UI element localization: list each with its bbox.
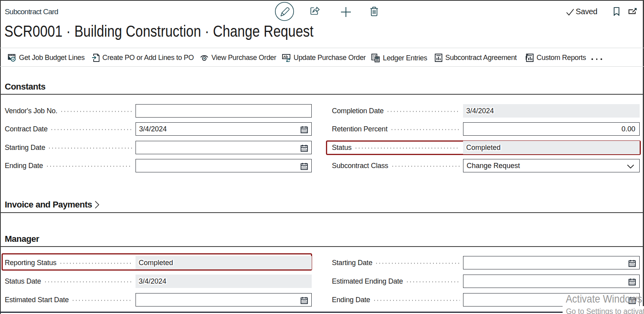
svg-text:Ab: Ab [283, 55, 288, 59]
